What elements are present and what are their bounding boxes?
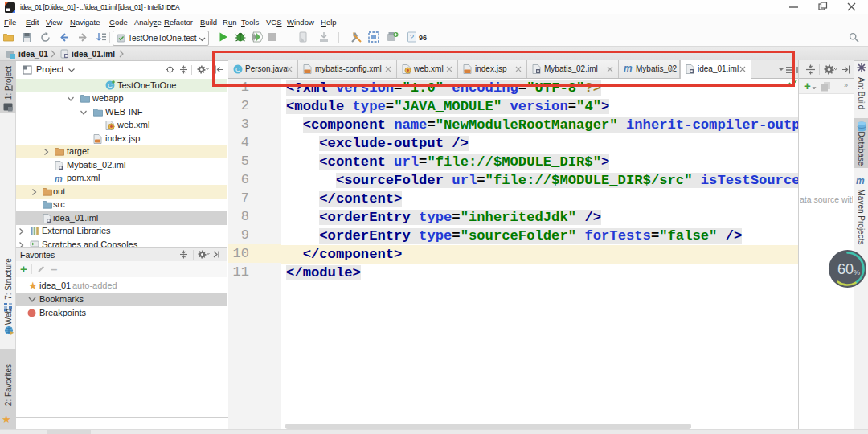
- svg-text:60: 60: [837, 261, 854, 277]
- svg-text:?: ?: [410, 33, 414, 41]
- svg-text:%: %: [854, 268, 860, 276]
- svg-text:C: C: [108, 82, 113, 89]
